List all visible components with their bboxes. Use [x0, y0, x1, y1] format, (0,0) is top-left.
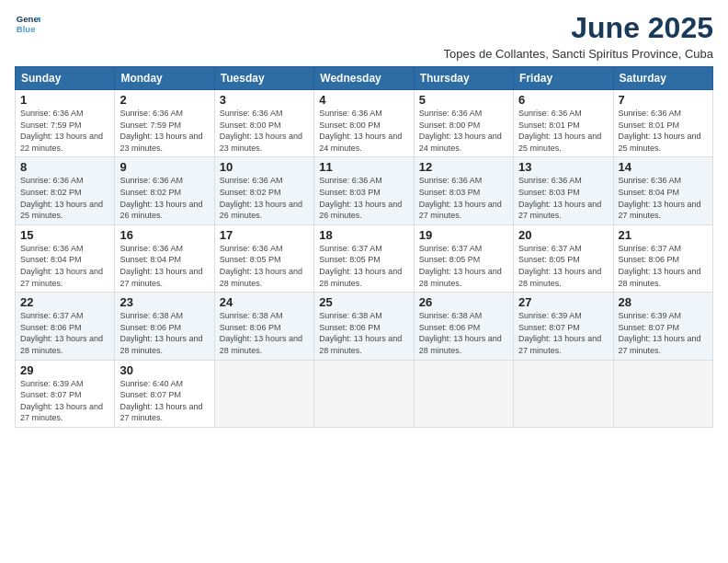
table-row: 1Sunrise: 6:36 AMSunset: 7:59 PMDaylight… — [16, 90, 115, 157]
day-number: 24 — [220, 295, 309, 309]
day-number: 3 — [220, 93, 309, 107]
table-row — [314, 360, 414, 427]
day-info: Sunrise: 6:36 AMSunset: 7:59 PMDaylight:… — [20, 108, 109, 154]
day-number: 26 — [419, 295, 508, 309]
day-info: Sunrise: 6:36 AMSunset: 8:00 PMDaylight:… — [220, 108, 309, 154]
day-number: 21 — [619, 228, 708, 242]
svg-text:Blue: Blue — [17, 24, 36, 34]
table-row: 15Sunrise: 6:36 AMSunset: 8:04 PMDayligh… — [16, 224, 115, 292]
table-row: 20Sunrise: 6:37 AMSunset: 8:05 PMDayligh… — [514, 224, 613, 292]
day-number: 8 — [20, 160, 109, 174]
table-row — [214, 360, 313, 427]
calendar-week-3: 15Sunrise: 6:36 AMSunset: 8:04 PMDayligh… — [16, 224, 713, 292]
calendar-week-5: 29Sunrise: 6:39 AMSunset: 8:07 PMDayligh… — [16, 360, 713, 427]
table-row: 19Sunrise: 6:37 AMSunset: 8:05 PMDayligh… — [414, 224, 513, 292]
table-row: 8Sunrise: 6:36 AMSunset: 8:02 PMDaylight… — [16, 157, 115, 224]
table-row: 23Sunrise: 6:38 AMSunset: 8:06 PMDayligh… — [115, 293, 214, 360]
table-row: 13Sunrise: 6:36 AMSunset: 8:03 PMDayligh… — [514, 157, 613, 224]
day-info: Sunrise: 6:37 AMSunset: 8:05 PMDaylight:… — [419, 243, 508, 289]
calendar-week-4: 22Sunrise: 6:37 AMSunset: 8:06 PMDayligh… — [16, 293, 713, 360]
day-info: Sunrise: 6:36 AMSunset: 8:04 PMDaylight:… — [619, 175, 708, 221]
day-number: 10 — [220, 160, 309, 174]
col-thursday: Thursday — [414, 67, 513, 90]
table-row: 17Sunrise: 6:36 AMSunset: 8:05 PMDayligh… — [214, 224, 313, 292]
day-info: Sunrise: 6:36 AMSunset: 8:03 PMDaylight:… — [419, 175, 508, 221]
day-number: 28 — [619, 295, 708, 309]
table-row — [414, 360, 513, 427]
day-info: Sunrise: 6:39 AMSunset: 8:07 PMDaylight:… — [20, 378, 109, 424]
table-row: 10Sunrise: 6:36 AMSunset: 8:02 PMDayligh… — [214, 157, 313, 224]
day-info: Sunrise: 6:37 AMSunset: 8:06 PMDaylight:… — [20, 310, 109, 356]
day-number: 12 — [419, 160, 508, 174]
day-info: Sunrise: 6:39 AMSunset: 8:07 PMDaylight:… — [619, 310, 708, 356]
table-row: 16Sunrise: 6:36 AMSunset: 8:04 PMDayligh… — [115, 224, 214, 292]
col-saturday: Saturday — [613, 67, 712, 90]
logo: General Blue — [15, 11, 40, 37]
col-friday: Friday — [514, 67, 613, 90]
day-number: 22 — [20, 295, 109, 309]
header: General Blue June 2025 Topes de Collante… — [15, 11, 713, 61]
day-number: 20 — [518, 228, 608, 242]
table-row: 14Sunrise: 6:36 AMSunset: 8:04 PMDayligh… — [613, 157, 712, 224]
day-info: Sunrise: 6:36 AMSunset: 8:03 PMDaylight:… — [518, 175, 608, 221]
day-info: Sunrise: 6:38 AMSunset: 8:06 PMDaylight:… — [220, 310, 309, 356]
day-info: Sunrise: 6:37 AMSunset: 8:05 PMDaylight:… — [319, 243, 408, 289]
day-info: Sunrise: 6:38 AMSunset: 8:06 PMDaylight:… — [419, 310, 508, 356]
calendar-week-1: 1Sunrise: 6:36 AMSunset: 7:59 PMDaylight… — [16, 90, 713, 157]
day-number: 5 — [419, 93, 508, 107]
day-info: Sunrise: 6:38 AMSunset: 8:06 PMDaylight:… — [119, 310, 209, 356]
table-row: 18Sunrise: 6:37 AMSunset: 8:05 PMDayligh… — [314, 224, 414, 292]
day-number: 18 — [319, 228, 408, 242]
calendar-header-row: Sunday Monday Tuesday Wednesday Thursday… — [16, 67, 713, 90]
table-row: 22Sunrise: 6:37 AMSunset: 8:06 PMDayligh… — [16, 293, 115, 360]
day-info: Sunrise: 6:36 AMSunset: 8:01 PMDaylight:… — [619, 108, 708, 154]
day-info: Sunrise: 6:36 AMSunset: 8:01 PMDaylight:… — [518, 108, 608, 154]
day-info: Sunrise: 6:36 AMSunset: 8:00 PMDaylight:… — [419, 108, 508, 154]
day-info: Sunrise: 6:37 AMSunset: 8:05 PMDaylight:… — [518, 243, 608, 289]
title-section: June 2025 Topes de Collantes, Sancti Spi… — [444, 11, 713, 61]
day-number: 2 — [119, 93, 209, 107]
table-row — [514, 360, 613, 427]
day-info: Sunrise: 6:36 AMSunset: 8:03 PMDaylight:… — [319, 175, 408, 221]
table-row: 25Sunrise: 6:38 AMSunset: 8:06 PMDayligh… — [314, 293, 414, 360]
page: General Blue June 2025 Topes de Collante… — [0, 0, 728, 563]
day-number: 23 — [119, 295, 209, 309]
logo-icon: General Blue — [15, 11, 40, 37]
location: Topes de Collantes, Sancti Spiritus Prov… — [444, 47, 713, 61]
col-wednesday: Wednesday — [314, 67, 414, 90]
table-row: 11Sunrise: 6:36 AMSunset: 8:03 PMDayligh… — [314, 157, 414, 224]
day-number: 1 — [20, 93, 109, 107]
table-row: 6Sunrise: 6:36 AMSunset: 8:01 PMDaylight… — [514, 90, 613, 157]
table-row: 30Sunrise: 6:40 AMSunset: 8:07 PMDayligh… — [115, 360, 214, 427]
day-info: Sunrise: 6:39 AMSunset: 8:07 PMDaylight:… — [518, 310, 608, 356]
day-number: 29 — [20, 363, 109, 377]
day-number: 25 — [319, 295, 408, 309]
col-monday: Monday — [115, 67, 214, 90]
day-info: Sunrise: 6:40 AMSunset: 8:07 PMDaylight:… — [119, 378, 209, 424]
table-row: 21Sunrise: 6:37 AMSunset: 8:06 PMDayligh… — [613, 224, 712, 292]
day-info: Sunrise: 6:36 AMSunset: 8:02 PMDaylight:… — [220, 175, 309, 221]
table-row: 7Sunrise: 6:36 AMSunset: 8:01 PMDaylight… — [613, 90, 712, 157]
day-number: 11 — [319, 160, 408, 174]
day-info: Sunrise: 6:36 AMSunset: 8:05 PMDaylight:… — [220, 243, 309, 289]
day-number: 15 — [20, 228, 109, 242]
table-row: 29Sunrise: 6:39 AMSunset: 8:07 PMDayligh… — [16, 360, 115, 427]
day-info: Sunrise: 6:38 AMSunset: 8:06 PMDaylight:… — [319, 310, 408, 356]
calendar-week-2: 8Sunrise: 6:36 AMSunset: 8:02 PMDaylight… — [16, 157, 713, 224]
day-info: Sunrise: 6:36 AMSunset: 7:59 PMDaylight:… — [119, 108, 209, 154]
day-info: Sunrise: 6:36 AMSunset: 8:02 PMDaylight:… — [20, 175, 109, 221]
table-row: 28Sunrise: 6:39 AMSunset: 8:07 PMDayligh… — [613, 293, 712, 360]
col-tuesday: Tuesday — [214, 67, 313, 90]
table-row: 9Sunrise: 6:36 AMSunset: 8:02 PMDaylight… — [115, 157, 214, 224]
day-number: 27 — [518, 295, 608, 309]
day-info: Sunrise: 6:36 AMSunset: 8:04 PMDaylight:… — [119, 243, 209, 289]
table-row: 5Sunrise: 6:36 AMSunset: 8:00 PMDaylight… — [414, 90, 513, 157]
table-row: 4Sunrise: 6:36 AMSunset: 8:00 PMDaylight… — [314, 90, 414, 157]
table-row: 12Sunrise: 6:36 AMSunset: 8:03 PMDayligh… — [414, 157, 513, 224]
day-info: Sunrise: 6:36 AMSunset: 8:02 PMDaylight:… — [119, 175, 209, 221]
day-number: 6 — [518, 93, 608, 107]
day-number: 17 — [220, 228, 309, 242]
day-number: 14 — [619, 160, 708, 174]
table-row: 26Sunrise: 6:38 AMSunset: 8:06 PMDayligh… — [414, 293, 513, 360]
table-row: 27Sunrise: 6:39 AMSunset: 8:07 PMDayligh… — [514, 293, 613, 360]
